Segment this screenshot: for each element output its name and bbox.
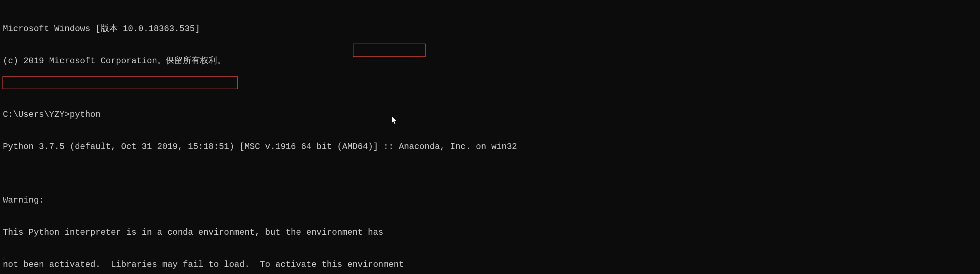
terminal-warning-line: This Python interpreter is in a conda en… bbox=[3, 227, 977, 238]
terminal-line: Python 3.7.5 (default, Oct 31 2019, 15:1… bbox=[3, 142, 977, 152]
terminal-warning-line: not been activated. Libraries may fail t… bbox=[3, 260, 977, 270]
terminal-prompt-line: C:\Users\YZY>python bbox=[3, 109, 977, 120]
annotation-box-conda-env bbox=[3, 76, 238, 89]
terminal-warning-header: Warning: bbox=[3, 195, 977, 206]
terminal-window[interactable]: Microsoft Windows [版本 10.0.18363.535] (c… bbox=[0, 0, 980, 274]
annotation-box-anaconda bbox=[353, 44, 426, 57]
terminal-line: Microsoft Windows [版本 10.0.18363.535] bbox=[3, 24, 977, 34]
terminal-line: (c) 2019 Microsoft Corporation。保留所有权利。 bbox=[3, 56, 977, 67]
